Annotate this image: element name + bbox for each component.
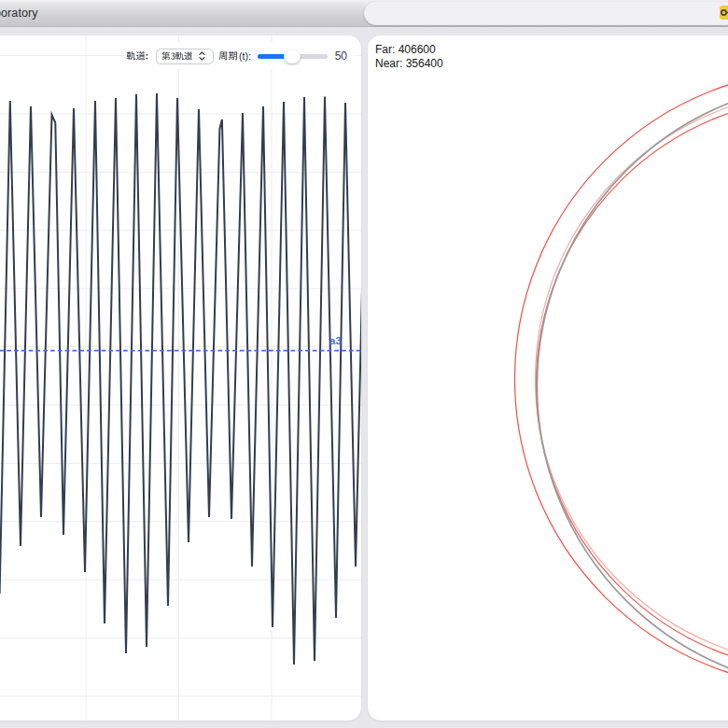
svg-text:a3: a3 bbox=[329, 335, 342, 346]
